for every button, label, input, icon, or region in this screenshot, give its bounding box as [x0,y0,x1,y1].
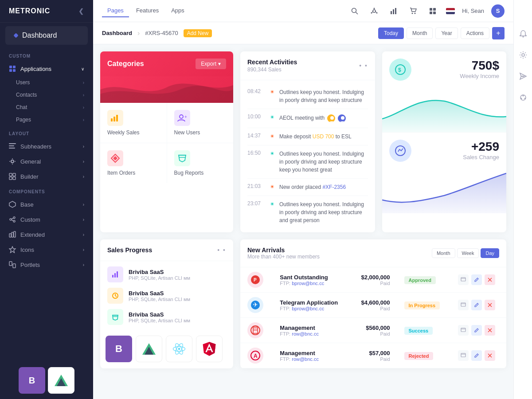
arrival-name-4: Management [280,350,344,356]
rs-gear-icon[interactable] [516,48,530,62]
activities-menu-button[interactable]: • • [359,62,368,69]
status-badge-2: In Progress [404,301,440,309]
sidebar-item-base[interactable]: Base › [0,197,93,212]
sales-progress-menu[interactable]: • • [217,246,226,254]
arrivals-table: P Sant Outstanding FTP: bprow@bnc.cc $2,… [240,267,506,368]
vue-logo[interactable] [48,367,74,394]
period-today-button[interactable]: Today [378,27,404,39]
action-edit-2[interactable] [471,300,482,310]
nav-item-features[interactable]: Features [131,4,164,17]
action-delete-3[interactable] [485,325,495,336]
action-edit-4[interactable] [471,350,482,361]
react-logo-card[interactable] [166,336,192,362]
svg-rect-5 [9,145,14,146]
subheaders-label: Subheaders [20,143,51,150]
sidebar-item-portlets[interactable]: Portlets › [0,257,93,272]
avatar-2 [337,113,347,123]
svg-point-18 [13,217,15,219]
weekly-sales-label: Weekly Sales [107,129,139,136]
rs-bell-icon[interactable] [516,27,530,41]
search-icon[interactable] [348,5,361,17]
breadcrumb-separator: › [137,29,140,37]
action-delete-4[interactable] [485,350,495,361]
category-new-users[interactable]: + New Users [167,103,234,143]
action-view-1[interactable] [458,274,469,285]
action-delete-1[interactable] [485,274,495,285]
sidebar-item-chat[interactable]: Chat › [0,101,93,113]
rs-paint-icon[interactable] [516,90,530,105]
chart-icon[interactable] [387,5,400,17]
prog-name-2: Briviba SaaS [129,290,226,297]
svg-rect-63 [117,271,118,278]
svg-rect-44 [430,8,432,11]
sidebar-item-pages[interactable]: Pages › [0,113,93,126]
sidebar-item-icons[interactable]: Icons › [0,242,93,257]
rs-send-icon[interactable] [516,69,530,83]
language-flag[interactable] [446,8,455,14]
network-icon[interactable] [368,5,380,17]
action-view-4[interactable] [458,350,469,361]
vue-logo-card[interactable] [136,336,162,362]
action-view-2[interactable] [458,300,469,310]
categories-grid: Weekly Sales + New Users Item Orders [100,103,233,183]
table-row: Management FTP: row@bnc.cc $560,000 Paid… [240,318,506,343]
extended-icon [9,231,16,238]
svg-point-17 [10,219,12,220]
filter-week-button[interactable]: Week [457,248,479,258]
progress-item: Briviba SaaS PHP, SQLite, Artisan CLI мм [107,309,226,325]
user-avatar[interactable]: S [491,4,505,18]
sidebar-item-applications[interactable]: Applications ∨ [0,61,93,76]
action-delete-2[interactable] [485,300,495,310]
arrivals-filters: Month Week Day [432,248,499,258]
sales-progress-card: Sales Progress • • Briviba SaaS PHP, SQL… [100,239,233,368]
cart-icon[interactable] [407,5,419,17]
category-weekly-sales[interactable]: Weekly Sales [100,103,167,143]
actions-button[interactable]: Actions [461,27,489,39]
item-orders-label: Item Orders [107,170,135,176]
subheaders-arrow: › [83,144,84,149]
svg-text:$: $ [398,67,401,73]
status-badge-4: Rejected [404,352,434,360]
grid-icon[interactable] [426,5,439,17]
period-month-button[interactable]: Month [407,27,433,39]
category-bug-reports[interactable]: Bug Reports [167,143,234,183]
action-edit-1[interactable] [471,274,482,285]
action-icons-2 [458,300,499,310]
filter-month-button[interactable]: Month [432,248,455,258]
sidebar-collapse-button[interactable]: ❮ [78,8,84,15]
sidebar-item-dashboard[interactable]: Dashboard [5,26,88,45]
action-edit-3[interactable] [471,325,482,336]
add-new-badge[interactable]: Add New [184,29,212,37]
sidebar-item-custom[interactable]: Custom › [0,212,93,227]
sidebar-item-subheaders[interactable]: Subheaders › [0,139,93,154]
bootstrap-logo[interactable]: B [19,367,45,394]
arrivals-header-text: New Arrivals More than 400+ new members [247,246,320,260]
weekly-sales-icon [107,110,123,126]
sales-change-value: +259 [463,140,499,154]
action-view-3[interactable] [458,325,469,336]
export-button[interactable]: Export ▾ [196,59,226,69]
breadcrumb-ref: #XRS-45670 [145,30,178,36]
nav-item-pages[interactable]: Pages [102,4,129,17]
filter-day-button[interactable]: Day [481,248,499,258]
activity-item: 10:00 AEOL meeting with [247,109,368,128]
angular-logo-card[interactable] [196,336,223,362]
arrival-name-1: Sant Outstanding [280,274,344,281]
svg-rect-45 [433,8,436,11]
sidebar-item-general[interactable]: General › [0,154,93,169]
sidebar-item-builder[interactable]: Builder › [0,169,93,184]
nav-item-apps[interactable]: Apps [166,4,190,17]
svg-point-34 [376,12,378,13]
sidebar-item-extended[interactable]: Extended › [0,227,93,242]
arrivals-title: New Arrivals [247,246,320,254]
period-year-button[interactable]: Year [435,27,458,39]
top-navigation: Pages Features Apps Hi, Sean S [93,0,513,22]
bootstrap-logo-card[interactable]: B [106,336,132,362]
sidebar-item-contacts[interactable]: Contacts › [0,89,93,101]
category-item-orders[interactable]: Item Orders [100,143,167,183]
svg-point-7 [11,160,14,163]
portlets-label: Portlets [20,262,40,268]
add-button[interactable]: + [492,27,505,39]
arrival-icon-3 [247,322,263,338]
sidebar-item-users[interactable]: Users › [0,76,93,89]
